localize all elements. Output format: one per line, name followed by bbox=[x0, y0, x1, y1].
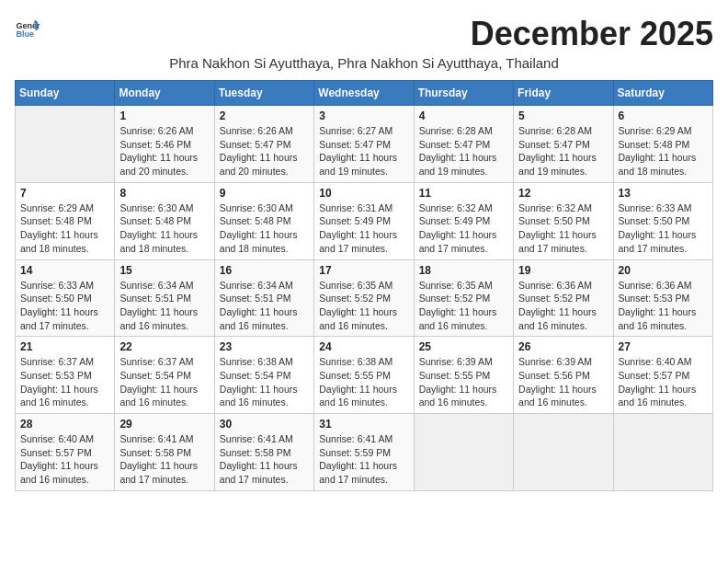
day-number: 14 bbox=[20, 264, 109, 277]
day-info: Sunrise: 6:38 AMSunset: 5:54 PMDaylight:… bbox=[220, 355, 309, 409]
week-row-4: 21Sunrise: 6:37 AMSunset: 5:53 PMDayligh… bbox=[16, 337, 713, 414]
day-number: 23 bbox=[220, 340, 309, 353]
day-number: 19 bbox=[518, 264, 608, 277]
svg-text:Blue: Blue bbox=[16, 29, 34, 39]
weekday-header-row: SundayMondayTuesdayWednesdayThursdayFrid… bbox=[16, 81, 713, 106]
day-number: 8 bbox=[119, 187, 209, 200]
calendar-cell: 28Sunrise: 6:40 AMSunset: 5:57 PMDayligh… bbox=[16, 414, 115, 491]
day-number: 24 bbox=[319, 340, 408, 353]
day-info: Sunrise: 6:32 AMSunset: 5:49 PMDaylight:… bbox=[419, 201, 508, 256]
calendar-cell: 17Sunrise: 6:35 AMSunset: 5:52 PMDayligh… bbox=[314, 259, 414, 337]
day-number: 20 bbox=[619, 264, 708, 277]
day-number: 3 bbox=[319, 109, 408, 122]
calendar-cell: 3Sunrise: 6:27 AMSunset: 5:47 PMDaylight… bbox=[314, 106, 414, 183]
day-info: Sunrise: 6:41 AMSunset: 5:59 PMDaylight:… bbox=[319, 432, 408, 487]
day-info: Sunrise: 6:38 AMSunset: 5:55 PMDaylight:… bbox=[319, 355, 408, 409]
day-number: 26 bbox=[518, 340, 608, 353]
day-number: 12 bbox=[518, 187, 608, 200]
calendar-cell: 21Sunrise: 6:37 AMSunset: 5:53 PMDayligh… bbox=[16, 337, 115, 414]
weekday-header-wednesday: Wednesday bbox=[314, 81, 414, 106]
day-number: 7 bbox=[20, 187, 109, 200]
calendar-cell: 20Sunrise: 6:36 AMSunset: 5:53 PMDayligh… bbox=[613, 259, 712, 337]
day-number: 10 bbox=[319, 187, 408, 200]
day-number: 6 bbox=[619, 109, 708, 122]
calendar-cell: 6Sunrise: 6:29 AMSunset: 5:48 PMDaylight… bbox=[613, 106, 712, 183]
day-info: Sunrise: 6:34 AMSunset: 5:51 PMDaylight:… bbox=[119, 279, 209, 333]
week-row-3: 14Sunrise: 6:33 AMSunset: 5:50 PMDayligh… bbox=[16, 259, 713, 337]
calendar-cell: 31Sunrise: 6:41 AMSunset: 5:59 PMDayligh… bbox=[314, 414, 414, 491]
day-info: Sunrise: 6:33 AMSunset: 5:50 PMDaylight:… bbox=[20, 279, 109, 333]
day-number: 11 bbox=[419, 187, 508, 200]
day-number: 22 bbox=[119, 340, 209, 353]
day-info: Sunrise: 6:28 AMSunset: 5:47 PMDaylight:… bbox=[518, 124, 608, 178]
day-info: Sunrise: 6:26 AMSunset: 5:46 PMDaylight:… bbox=[119, 124, 209, 178]
calendar-cell bbox=[613, 414, 712, 491]
day-number: 30 bbox=[220, 418, 309, 431]
weekday-header-thursday: Thursday bbox=[414, 81, 513, 106]
day-info: Sunrise: 6:29 AMSunset: 5:48 PMDaylight:… bbox=[619, 124, 708, 178]
week-row-1: 1Sunrise: 6:26 AMSunset: 5:46 PMDaylight… bbox=[16, 106, 713, 183]
day-info: Sunrise: 6:34 AMSunset: 5:51 PMDaylight:… bbox=[220, 279, 309, 333]
day-info: Sunrise: 6:40 AMSunset: 5:57 PMDaylight:… bbox=[20, 432, 109, 487]
weekday-header-sunday: Sunday bbox=[16, 81, 115, 106]
calendar-cell: 30Sunrise: 6:41 AMSunset: 5:58 PMDayligh… bbox=[214, 414, 313, 491]
calendar-cell: 2Sunrise: 6:26 AMSunset: 5:47 PMDaylight… bbox=[214, 106, 313, 183]
calendar-cell: 27Sunrise: 6:40 AMSunset: 5:57 PMDayligh… bbox=[613, 337, 712, 414]
day-number: 18 bbox=[419, 264, 508, 277]
day-info: Sunrise: 6:30 AMSunset: 5:48 PMDaylight:… bbox=[220, 201, 309, 256]
day-number: 1 bbox=[119, 109, 209, 122]
day-info: Sunrise: 6:39 AMSunset: 5:55 PMDaylight:… bbox=[419, 355, 508, 409]
day-info: Sunrise: 6:40 AMSunset: 5:57 PMDaylight:… bbox=[619, 355, 708, 409]
calendar-cell bbox=[414, 414, 513, 491]
day-number: 28 bbox=[20, 418, 109, 431]
day-number: 2 bbox=[220, 109, 309, 122]
calendar-cell: 11Sunrise: 6:32 AMSunset: 5:49 PMDayligh… bbox=[414, 182, 513, 259]
day-info: Sunrise: 6:41 AMSunset: 5:58 PMDaylight:… bbox=[220, 432, 309, 487]
day-info: Sunrise: 6:36 AMSunset: 5:53 PMDaylight:… bbox=[619, 279, 708, 333]
month-title: December 2025 bbox=[471, 15, 713, 53]
day-info: Sunrise: 6:36 AMSunset: 5:52 PMDaylight:… bbox=[518, 279, 608, 333]
calendar-cell: 10Sunrise: 6:31 AMSunset: 5:49 PMDayligh… bbox=[314, 182, 414, 259]
calendar-cell: 19Sunrise: 6:36 AMSunset: 5:52 PMDayligh… bbox=[514, 259, 613, 337]
calendar-cell: 5Sunrise: 6:28 AMSunset: 5:47 PMDaylight… bbox=[514, 106, 613, 183]
calendar-subtitle: Phra Nakhon Si Ayutthaya, Phra Nakhon Si… bbox=[15, 55, 713, 71]
day-info: Sunrise: 6:28 AMSunset: 5:47 PMDaylight:… bbox=[419, 124, 508, 178]
calendar-cell: 23Sunrise: 6:38 AMSunset: 5:54 PMDayligh… bbox=[214, 337, 313, 414]
calendar-cell: 15Sunrise: 6:34 AMSunset: 5:51 PMDayligh… bbox=[115, 259, 214, 337]
day-info: Sunrise: 6:29 AMSunset: 5:48 PMDaylight:… bbox=[20, 201, 109, 256]
day-info: Sunrise: 6:35 AMSunset: 5:52 PMDaylight:… bbox=[319, 279, 408, 333]
day-info: Sunrise: 6:35 AMSunset: 5:52 PMDaylight:… bbox=[419, 279, 508, 333]
day-number: 31 bbox=[319, 418, 408, 431]
calendar-cell: 18Sunrise: 6:35 AMSunset: 5:52 PMDayligh… bbox=[414, 259, 513, 337]
day-number: 15 bbox=[119, 264, 209, 277]
calendar-cell bbox=[514, 414, 613, 491]
calendar-cell: 12Sunrise: 6:32 AMSunset: 5:50 PMDayligh… bbox=[514, 182, 613, 259]
day-number: 16 bbox=[220, 264, 309, 277]
weekday-header-monday: Monday bbox=[115, 81, 214, 106]
calendar-cell: 13Sunrise: 6:33 AMSunset: 5:50 PMDayligh… bbox=[613, 182, 712, 259]
calendar-cell: 25Sunrise: 6:39 AMSunset: 5:55 PMDayligh… bbox=[414, 337, 513, 414]
day-number: 5 bbox=[518, 109, 608, 122]
weekday-header-friday: Friday bbox=[514, 81, 613, 106]
day-number: 21 bbox=[20, 340, 109, 353]
logo-icon: General Blue bbox=[15, 15, 40, 40]
day-info: Sunrise: 6:39 AMSunset: 5:56 PMDaylight:… bbox=[518, 355, 608, 409]
day-info: Sunrise: 6:26 AMSunset: 5:47 PMDaylight:… bbox=[220, 124, 309, 178]
day-info: Sunrise: 6:37 AMSunset: 5:54 PMDaylight:… bbox=[119, 355, 209, 409]
logo: General Blue bbox=[15, 15, 42, 40]
calendar-cell: 29Sunrise: 6:41 AMSunset: 5:58 PMDayligh… bbox=[115, 414, 214, 491]
weekday-header-tuesday: Tuesday bbox=[214, 81, 313, 106]
day-info: Sunrise: 6:41 AMSunset: 5:58 PMDaylight:… bbox=[119, 432, 209, 487]
calendar-cell: 24Sunrise: 6:38 AMSunset: 5:55 PMDayligh… bbox=[314, 337, 414, 414]
week-row-2: 7Sunrise: 6:29 AMSunset: 5:48 PMDaylight… bbox=[16, 182, 713, 259]
day-number: 29 bbox=[119, 418, 209, 431]
weekday-header-saturday: Saturday bbox=[613, 81, 712, 106]
day-info: Sunrise: 6:37 AMSunset: 5:53 PMDaylight:… bbox=[20, 355, 109, 409]
day-number: 4 bbox=[419, 109, 508, 122]
calendar-cell: 22Sunrise: 6:37 AMSunset: 5:54 PMDayligh… bbox=[115, 337, 214, 414]
week-row-5: 28Sunrise: 6:40 AMSunset: 5:57 PMDayligh… bbox=[16, 414, 713, 491]
day-info: Sunrise: 6:31 AMSunset: 5:49 PMDaylight:… bbox=[319, 201, 408, 256]
day-info: Sunrise: 6:33 AMSunset: 5:50 PMDaylight:… bbox=[619, 201, 708, 256]
calendar-table: SundayMondayTuesdayWednesdayThursdayFrid… bbox=[15, 80, 713, 491]
calendar-cell: 26Sunrise: 6:39 AMSunset: 5:56 PMDayligh… bbox=[514, 337, 613, 414]
